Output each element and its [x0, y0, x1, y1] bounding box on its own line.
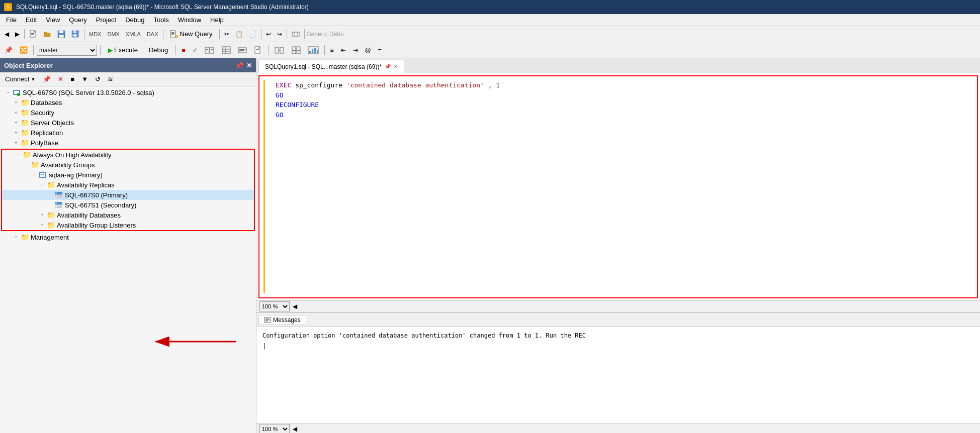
align-right-button[interactable]: ⇥ [350, 45, 361, 55]
messages-tab[interactable]: Messages [258, 315, 306, 325]
pin-icon[interactable]: 📌 [235, 62, 243, 69]
expand-server[interactable]: − [4, 88, 12, 96]
svg-rect-25 [222, 47, 230, 54]
dmx-button[interactable]: DMX [105, 30, 122, 39]
code-content: EXEC sp_configure 'contained database au… [265, 80, 971, 120]
tree-item-replication[interactable]: + 📁 Replication [0, 128, 256, 138]
expand-replicas[interactable]: − [38, 181, 46, 189]
results-to-text-button[interactable] [235, 45, 249, 56]
oe-disconnect-button[interactable]: ✕ [55, 74, 66, 84]
expand-av-db[interactable]: + [38, 211, 46, 219]
tree-item-sql667s1[interactable]: + SQL-667S1 (Secondary) [2, 200, 254, 210]
expand-ag-listeners[interactable]: + [38, 221, 46, 229]
new-query-button[interactable]: + New Query [165, 29, 217, 40]
content-area: SQLQuery1.sql - SQL...master (sqlsa (69)… [256, 58, 980, 433]
close-oe-icon[interactable]: ✕ [246, 62, 252, 69]
oe-stop-button[interactable]: ■ [68, 74, 77, 84]
query-tab[interactable]: SQLQuery1.sql - SQL...master (sqlsa (69)… [258, 60, 404, 73]
tree-item-polybase[interactable]: + 📁 PolyBase [0, 138, 256, 148]
zoom-selector-2[interactable]: 100 % [259, 424, 290, 433]
toolbar2-pin-button[interactable]: 📌 [2, 45, 15, 55]
toolbar2-cursor-button[interactable]: 🔀 [17, 45, 30, 55]
oe-pin-button[interactable]: 📌 [40, 74, 53, 84]
menu-window[interactable]: Window [174, 15, 205, 25]
results-to-grid-button[interactable] [219, 45, 233, 56]
uncomment-button[interactable]: = [376, 45, 384, 55]
scroll-left-icon-2[interactable]: ◀ [293, 425, 297, 432]
tree-item-always-on[interactable]: − 📁 Always On High Availability [2, 150, 254, 160]
copy-button[interactable]: 📋 [233, 29, 245, 39]
tree-item-databases[interactable]: + 📁 Databases [0, 97, 256, 107]
menu-view[interactable]: View [42, 15, 64, 25]
svg-point-56 [56, 193, 57, 194]
menu-edit[interactable]: Edit [22, 15, 41, 25]
separator-5 [261, 29, 261, 39]
open-file-button[interactable] [41, 29, 54, 40]
svg-point-61 [56, 203, 57, 204]
save-all-button[interactable] [69, 29, 82, 40]
save-button[interactable] [55, 29, 68, 40]
menu-help[interactable]: Help [206, 15, 228, 25]
tree-item-security[interactable]: + 📁 Security [0, 107, 256, 118]
comment-button[interactable]: @ [363, 45, 374, 55]
check-button[interactable]: ✓ [190, 45, 200, 55]
parse-button[interactable] [202, 45, 217, 56]
expand-ag[interactable]: − [22, 161, 30, 169]
redo-button[interactable]: ↪ [275, 29, 285, 39]
show-stats-button[interactable] [305, 45, 321, 56]
menu-project[interactable]: Project [92, 15, 120, 25]
tree-item-availability-groups[interactable]: − 📁 Availability Groups [2, 160, 254, 170]
undo-button[interactable]: ↩ [263, 29, 274, 39]
dax-button[interactable]: DAX [144, 30, 161, 39]
results-to-file-button[interactable] [251, 45, 265, 56]
expand-sqlaa-ag[interactable]: − [30, 171, 38, 179]
diagram-button[interactable] [289, 29, 302, 40]
query-options-button[interactable] [272, 45, 287, 56]
scroll-left-icon[interactable]: ◀ [293, 303, 297, 310]
database-selector[interactable]: master [37, 45, 97, 56]
expand-always-on[interactable]: − [14, 151, 22, 159]
menu-query[interactable]: Query [65, 15, 91, 25]
generic-debug-label: Generic Debu [307, 31, 978, 38]
stop-button[interactable]: ■ [179, 45, 188, 55]
oe-filter-button[interactable]: ▼ [79, 74, 91, 84]
tree-item-availability-replicas[interactable]: − 📁 Availability Replicas [2, 180, 254, 190]
debug-button[interactable]: Debug [144, 45, 172, 55]
svg-rect-41 [309, 51, 311, 53]
expand-replication[interactable]: + [12, 129, 20, 137]
outdent-button[interactable]: ⇤ [338, 45, 348, 55]
tree-item-sql667s0[interactable]: + SQL-667S0 (Primary) [2, 190, 254, 200]
oe-summary-button[interactable]: ≋ [105, 74, 116, 84]
expand-security[interactable]: + [12, 109, 20, 117]
zoom-selector-1[interactable]: 100 % [259, 301, 290, 311]
tree-item-management[interactable]: + 📁 Management [0, 232, 256, 242]
oe-refresh-button[interactable]: ↺ [93, 74, 103, 84]
back-button[interactable]: ◀ [2, 29, 12, 39]
new-file-button[interactable] [27, 29, 40, 40]
menu-debug[interactable]: Debug [121, 15, 148, 25]
expand-management[interactable]: + [12, 233, 20, 241]
expand-polybase[interactable]: + [12, 139, 20, 147]
expand-server-objects[interactable]: + [12, 119, 20, 127]
results-grid-button2[interactable] [289, 45, 303, 56]
tab-close-icon[interactable]: ✕ [394, 64, 398, 69]
tree-item-availability-databases[interactable]: + 📁 Availability Databases [2, 210, 254, 220]
connect-button[interactable]: Connect ▼ [2, 74, 38, 84]
zoom-bar-2: 100 % ◀ [256, 423, 980, 433]
forward-button[interactable]: ▶ [13, 29, 22, 39]
tree-item-server-objects[interactable]: + 📁 Server Objects [0, 118, 256, 128]
paste-button[interactable]: 📄 [246, 29, 259, 39]
tree-item-ag-listeners[interactable]: + 📁 Availability Group Listeners [2, 220, 254, 230]
mdx-button[interactable]: MDX [86, 30, 104, 39]
tree-item-sqlaa-ag[interactable]: − sqlaa-ag (Primary) [2, 170, 254, 180]
xmla-button[interactable]: XMLA [123, 30, 143, 39]
menu-tools[interactable]: Tools [150, 15, 173, 25]
indent-button[interactable]: ≡ [328, 45, 336, 55]
cut-button[interactable]: ✂ [222, 29, 232, 39]
expand-databases[interactable]: + [12, 98, 20, 106]
execute-button[interactable]: ▶ Execute [104, 45, 142, 55]
menu-file[interactable]: File [2, 15, 21, 25]
tree-item-server[interactable]: − SQL-667S0 (SQL Server 13.0.5026.0 - sq… [0, 87, 256, 97]
query-editor[interactable]: EXEC sp_configure 'contained database au… [258, 75, 978, 298]
tab-pin-icon[interactable]: 📌 [385, 64, 391, 69]
